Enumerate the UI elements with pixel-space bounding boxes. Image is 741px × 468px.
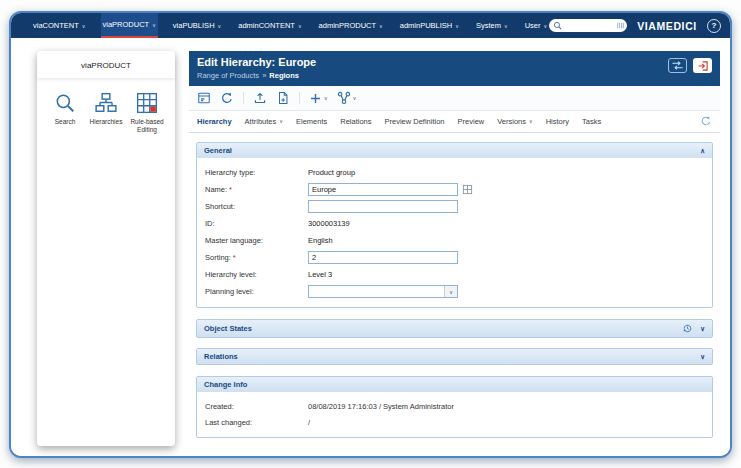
sidebar-item-label: Rule-based Editing	[127, 118, 167, 134]
sidebar-item-search[interactable]: Search	[45, 92, 85, 134]
menu-viaproduct[interactable]: viaPRODUCT∨	[101, 13, 158, 38]
chevron-down-icon: ∨	[324, 95, 328, 101]
toolbar: ∨ ∨	[189, 86, 720, 111]
refresh-button[interactable]	[700, 115, 712, 127]
editor-header-text: Edit Hierarchy: Europe Range of Products…	[197, 56, 316, 80]
history-icon[interactable]	[682, 323, 693, 334]
help-button[interactable]: ?	[707, 19, 721, 33]
tab-attributes[interactable]: Attributes∨	[245, 117, 283, 126]
field-name: Name:*	[205, 181, 704, 198]
search-icon	[553, 21, 562, 30]
menu-admincontent[interactable]: adminCONTENT∨	[236, 13, 303, 38]
general-panel-body: Hierarchy type: Product group Name:*	[197, 158, 712, 307]
menu-user[interactable]: User∨	[523, 13, 550, 38]
field-id: ID: 3000003139	[205, 215, 704, 232]
chevron-up-icon[interactable]: ∧	[700, 147, 705, 155]
workflow-actions-button[interactable]: ∨	[337, 91, 357, 105]
field-label: Hierarchy type:	[205, 168, 308, 177]
undo-button[interactable]	[220, 91, 234, 105]
chevron-down-icon: ∨	[82, 23, 86, 29]
menu-viacontent[interactable]: viaCONTENT∨	[31, 13, 88, 38]
exit-icon	[697, 60, 709, 72]
exit-button[interactable]	[693, 58, 712, 73]
created-label: Created:	[205, 402, 308, 411]
chevron-down-icon: ∨	[279, 118, 283, 124]
chevron-down-icon: ∨	[379, 23, 383, 29]
required-marker: *	[233, 253, 236, 262]
change-info-panel-body: Created: 08/08/2019 17:16:03 / System Ad…	[197, 392, 712, 437]
tab-preview[interactable]: Preview	[458, 117, 485, 126]
new-document-button[interactable]	[276, 91, 290, 105]
tab-history[interactable]: History	[546, 117, 569, 126]
new-document-icon	[276, 91, 290, 105]
field-sorting: Sorting:*	[205, 249, 704, 266]
field-value: Level 3	[308, 270, 704, 279]
created-row: Created: 08/08/2019 17:16:03 / System Ad…	[205, 398, 704, 414]
field-master-language: Master language: English	[205, 232, 704, 249]
tab-tasks[interactable]: Tasks	[582, 117, 601, 126]
page-title: Edit Hierarchy: Europe	[197, 56, 316, 68]
last-changed-value: /	[308, 418, 704, 427]
menu-system[interactable]: System∨	[474, 13, 510, 38]
shortcut-input[interactable]	[308, 200, 458, 213]
chevron-down-icon: ∨	[504, 23, 508, 29]
sidebar-item-hierarchies[interactable]: Hierarchies	[86, 92, 126, 134]
object-states-panel-header[interactable]: Object States ∨	[197, 320, 712, 337]
breadcrumb: Range of Products»Regions	[197, 71, 316, 80]
chevron-down-icon: ∨	[152, 22, 156, 28]
menu-adminpublish[interactable]: adminPUBLISH∨	[398, 13, 461, 38]
tab-preview-definition[interactable]: Preview Definition	[385, 117, 445, 126]
upload-button[interactable]	[253, 91, 267, 105]
search-input[interactable]	[565, 22, 613, 29]
header-buttons	[668, 58, 712, 73]
user-profile-button[interactable]	[731, 19, 732, 33]
chevron-down-icon[interactable]: ∨	[700, 353, 705, 361]
panel-title: Change Info	[204, 380, 247, 389]
general-panel-header[interactable]: General ∧	[197, 143, 712, 158]
chevron-down-icon: ∨	[218, 23, 222, 29]
breadcrumb-item[interactable]: Range of Products	[197, 71, 259, 80]
field-label: ID:	[205, 219, 308, 228]
field-hierarchy-level: Hierarchy level: Level 3	[205, 266, 704, 283]
tab-versions[interactable]: Versions∨	[497, 117, 532, 126]
planning-level-select[interactable]: ∨	[308, 285, 458, 298]
sidebar-item-rule-based-editing[interactable]: Rule-based Editing	[127, 92, 167, 134]
main-menus: viaCONTENT∨ viaPRODUCT∨ viaPUBLISH∨ admi…	[31, 13, 549, 38]
tab-hierarchy[interactable]: Hierarchy	[197, 117, 232, 126]
tab-bar: Hierarchy Attributes∨ Elements Relations…	[189, 111, 720, 133]
change-info-panel: Change Info Created: 08/08/2019 17:16:03…	[196, 376, 713, 438]
change-info-panel-header[interactable]: Change Info	[197, 377, 712, 392]
name-input[interactable]	[308, 183, 458, 196]
tab-relations[interactable]: Relations	[340, 117, 371, 126]
save-icon	[197, 91, 211, 105]
chevron-down-icon: ∨	[529, 118, 533, 124]
translations-button[interactable]	[461, 183, 474, 196]
rule-based-editing-icon	[136, 92, 158, 114]
chevron-down-icon[interactable]: ∨	[700, 325, 705, 333]
menu-viapublish[interactable]: viaPUBLISH∨	[171, 13, 223, 38]
search-options-icon[interactable]	[616, 21, 625, 30]
app-window: viaCONTENT∨ viaPRODUCT∨ viaPUBLISH∨ admi…	[9, 11, 732, 458]
field-hierarchy-type: Hierarchy type: Product group	[205, 164, 704, 181]
switch-view-button[interactable]	[668, 58, 687, 73]
created-value: 08/08/2019 17:16:03 / System Administrat…	[308, 402, 704, 411]
field-value: Product group	[308, 168, 704, 177]
swap-arrows-icon	[671, 60, 684, 71]
plus-icon	[309, 92, 322, 105]
panel-title: Object States	[204, 324, 252, 333]
relations-panel-header[interactable]: Relations ∨	[197, 349, 712, 364]
tab-elements[interactable]: Elements	[296, 117, 327, 126]
undo-icon	[220, 91, 234, 105]
field-value: 3000003139	[308, 219, 704, 228]
field-label: Planning level:	[205, 287, 308, 296]
last-changed-row: Last changed: /	[205, 414, 704, 430]
select-value	[309, 286, 444, 297]
global-search-box[interactable]	[549, 19, 627, 32]
menu-adminproduct[interactable]: adminPRODUCT∨	[317, 13, 385, 38]
chevron-down-icon[interactable]: ∨	[444, 286, 457, 297]
panel-title: Relations	[204, 352, 238, 361]
add-button[interactable]: ∨	[309, 92, 328, 105]
sorting-input[interactable]	[308, 251, 458, 264]
toolbar-separator	[243, 92, 244, 104]
save-button[interactable]	[197, 91, 211, 105]
